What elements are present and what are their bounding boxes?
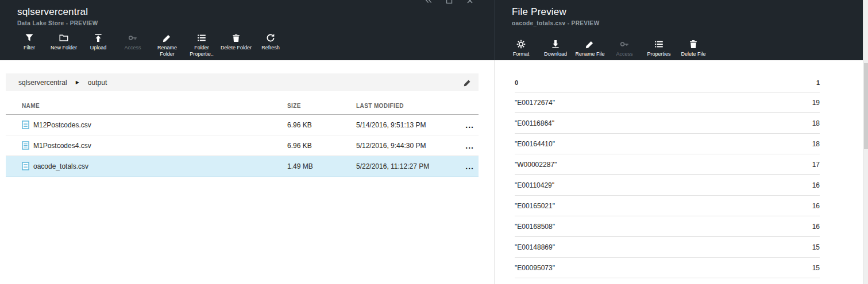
- filter-button[interactable]: Filter: [12, 33, 47, 58]
- new-folder-icon: [59, 33, 68, 42]
- scrollbar-thumb[interactable]: [864, 63, 868, 149]
- rename-file-button[interactable]: Rename File: [573, 40, 607, 57]
- cell-count: 15: [812, 243, 820, 251]
- gear-icon: [516, 40, 526, 49]
- file-table: NAME SIZE LAST MODIFIED M12Postcodes.csv…: [6, 103, 479, 177]
- file-icon: [22, 141, 33, 150]
- left-toolbar: Filter New Folder Upload Access Rename F…: [12, 33, 288, 58]
- cell-count: 16: [812, 181, 820, 189]
- filter-icon: [25, 33, 34, 42]
- column-size: SIZE: [287, 103, 356, 109]
- filter-label: Filter: [24, 45, 35, 51]
- list-icon: [654, 40, 663, 49]
- cell-code: "E00164410": [515, 140, 555, 148]
- cell-code: "E00116864": [515, 119, 554, 127]
- preview-row: "E00172674"19: [515, 92, 820, 113]
- file-icon: [22, 162, 33, 170]
- row-menu-button[interactable]: ...: [454, 162, 479, 171]
- file-name: oacode_totals.csv: [33, 162, 287, 170]
- refresh-label: Refresh: [261, 45, 280, 51]
- maximize-blade-icon[interactable]: [446, 0, 453, 5]
- cell-code: "E00095073": [515, 264, 555, 272]
- format-label: Format: [513, 51, 530, 57]
- delete-folder-button[interactable]: Delete Folder: [219, 33, 253, 58]
- cell-code: "E00165021": [515, 202, 555, 210]
- column-modified: LAST MODIFIED: [356, 103, 454, 109]
- file-name: M1Postcodes4.csv: [33, 142, 287, 150]
- refresh-button[interactable]: Refresh: [253, 33, 288, 58]
- file-size: 6.96 KB: [287, 142, 356, 150]
- file-modified: 5/12/2016, 9:44:30 PM: [356, 142, 454, 150]
- pencil-icon: [585, 40, 595, 49]
- preview-row: "E00168508"16: [515, 216, 820, 237]
- key-icon: [128, 33, 137, 42]
- cell-count: 15: [812, 264, 820, 272]
- blade-header: File Preview oacode_totals.csv - PREVIEW…: [494, 0, 868, 60]
- access-button[interactable]: Access: [115, 33, 150, 58]
- file-modified: 5/14/2016, 9:51:13 PM: [356, 121, 454, 129]
- blade-subtitle: Data Lake Store - PREVIEW: [17, 20, 494, 26]
- rename-folder-label: Rename Folder: [151, 45, 183, 58]
- blade-data-lake-store: sqlservercentral Data Lake Store - PREVI…: [0, 0, 494, 284]
- file-name: M12Postcodes.csv: [33, 121, 287, 129]
- upload-icon: [94, 33, 103, 42]
- file-icon: [22, 120, 33, 129]
- cell-count: 18: [812, 119, 820, 127]
- folder-view: sqlservercentral ▶ output NAME SIZE LAST…: [0, 60, 494, 284]
- file-size: 1.49 MB: [287, 162, 356, 170]
- cell-code: "E00148869": [515, 243, 555, 251]
- trash-icon: [689, 40, 698, 49]
- cell-code: "E00168508": [515, 223, 555, 231]
- upload-label: Upload: [90, 45, 107, 51]
- format-button[interactable]: Format: [504, 40, 538, 57]
- refresh-icon: [266, 33, 275, 42]
- file-table-header: NAME SIZE LAST MODIFIED: [6, 103, 479, 115]
- blade-file-preview: File Preview oacode_totals.csv - PREVIEW…: [494, 0, 868, 284]
- folder-properties-button[interactable]: Folder Propertie..: [184, 33, 219, 58]
- cell-count: 19: [812, 99, 820, 107]
- blade-title: File Preview: [512, 6, 868, 18]
- row-menu-button[interactable]: ...: [454, 141, 479, 150]
- folder-properties-label: Folder Propertie..: [186, 45, 218, 58]
- access-label: Access: [616, 51, 632, 57]
- edit-path-icon[interactable]: [464, 79, 472, 87]
- properties-button[interactable]: Properties: [642, 40, 676, 57]
- download-icon: [551, 40, 560, 49]
- row-menu-button[interactable]: ...: [454, 120, 479, 130]
- cell-code: "E00172674": [515, 99, 555, 107]
- rename-folder-button[interactable]: Rename Folder: [150, 33, 184, 58]
- access-button[interactable]: Access: [607, 40, 642, 57]
- upload-button[interactable]: Upload: [81, 33, 115, 58]
- delete-file-button[interactable]: Delete File: [676, 40, 711, 57]
- preview-row: "E00116864"18: [515, 113, 820, 134]
- blade-title: sqlservercentral: [17, 6, 494, 18]
- breadcrumb-root[interactable]: sqlservercentral: [18, 79, 67, 87]
- azure-portal-blades: sqlservercentral Data Lake Store - PREVI…: [0, 0, 868, 284]
- key-icon: [620, 40, 629, 49]
- table-row[interactable]: M12Postcodes.csv 6.96 KB 5/14/2016, 9:51…: [6, 115, 479, 135]
- preview-row: "E00110429"16: [515, 175, 820, 196]
- breadcrumb-current[interactable]: output: [88, 79, 107, 87]
- delete-file-label: Delete File: [681, 51, 705, 57]
- cell-count: 17: [812, 161, 820, 169]
- vertical-scrollbar[interactable]: [863, 0, 868, 284]
- preview-row: "E00148869"15: [515, 237, 820, 258]
- blade-controls: [425, 0, 473, 5]
- delete-folder-label: Delete Folder: [221, 45, 252, 51]
- preview-row: "E00165021"16: [515, 196, 820, 216]
- blade-subtitle: oacode_totals.csv - PREVIEW: [512, 20, 868, 26]
- cell-count: 18: [812, 140, 820, 148]
- column-name: NAME: [22, 103, 287, 109]
- file-modified: 5/22/2016, 11:12:27 PM: [356, 162, 454, 170]
- collapse-blade-icon[interactable]: [425, 0, 432, 5]
- table-row-selected[interactable]: oacode_totals.csv 1.49 MB 5/22/2016, 11:…: [6, 156, 479, 177]
- file-preview-view: 0 1 "E00172674"19 "E00116864"18 "E001644…: [494, 60, 868, 284]
- preview-row: "W00002287"17: [515, 154, 820, 175]
- new-folder-button[interactable]: New Folder: [47, 33, 81, 58]
- breadcrumb: sqlservercentral ▶ output: [6, 73, 479, 91]
- cell-code: "W00002287": [515, 161, 557, 169]
- table-row[interactable]: M1Postcodes4.csv 6.96 KB 5/12/2016, 9:44…: [6, 135, 479, 156]
- download-button[interactable]: Download: [538, 40, 573, 57]
- close-blade-icon[interactable]: [466, 0, 473, 5]
- cell-count: 16: [812, 202, 820, 210]
